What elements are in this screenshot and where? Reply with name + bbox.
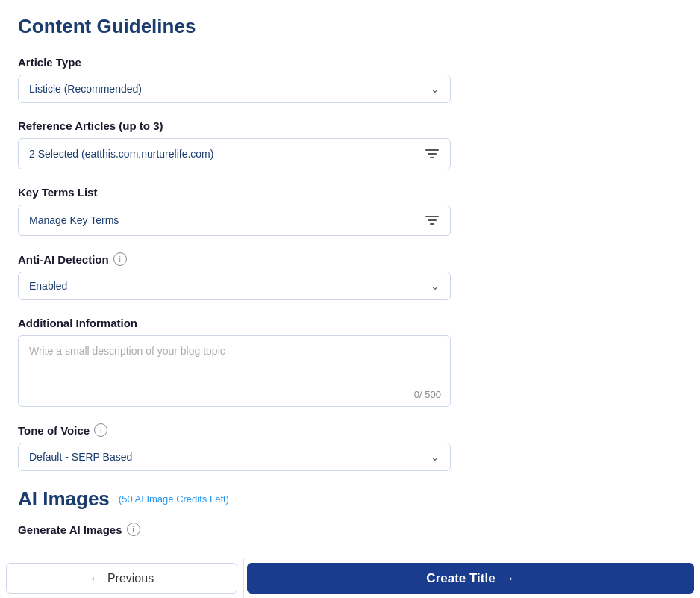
- key-terms-value: Manage Key Terms: [29, 214, 119, 226]
- bottom-bar-divider: [243, 558, 244, 598]
- ai-images-section: AI Images (50 AI Image Credits Left) Gen…: [18, 488, 682, 536]
- anti-ai-select-wrapper: Enabled ⌄: [18, 272, 451, 300]
- article-type-label: Article Type: [18, 56, 682, 69]
- article-type-value: Listicle (Recommended): [29, 83, 431, 95]
- create-title-label: Create Title: [426, 571, 495, 586]
- ai-images-title-container: AI Images (50 AI Image Credits Left): [18, 488, 682, 511]
- page-container: Content Guidelines Article Type Listicle…: [0, 0, 700, 598]
- anti-ai-value: Enabled: [29, 280, 431, 292]
- create-title-button[interactable]: Create Title →: [247, 563, 694, 594]
- anti-ai-group: Anti-AI Detection i Enabled ⌄: [18, 252, 682, 300]
- anti-ai-label: Anti-AI Detection i: [18, 252, 682, 266]
- article-type-chevron-icon: ⌄: [431, 83, 440, 95]
- ai-credits-badge: (50 AI Image Credits Left): [119, 493, 229, 505]
- generate-ai-label: Generate AI Images i: [18, 523, 682, 536]
- anti-ai-info-icon[interactable]: i: [113, 252, 127, 266]
- anti-ai-chevron-icon: ⌄: [431, 280, 440, 292]
- tone-of-voice-group: Tone of Voice i Default - SERP Based ⌄: [18, 423, 682, 471]
- reference-articles-label: Reference Articles (up to 3): [18, 119, 682, 132]
- article-type-select[interactable]: Listicle (Recommended) ⌄: [18, 75, 451, 103]
- key-terms-field[interactable]: Manage Key Terms: [18, 205, 451, 236]
- previous-button[interactable]: ← Previous: [6, 563, 237, 594]
- tone-of-voice-select[interactable]: Default - SERP Based ⌄: [18, 443, 451, 471]
- additional-info-group: Additional Information 0/ 500: [18, 317, 682, 407]
- key-terms-label: Key Terms List: [18, 186, 682, 199]
- tone-of-voice-value: Default - SERP Based: [29, 451, 431, 463]
- bottom-bar: ← Previous Create Title →: [0, 558, 700, 598]
- reference-articles-group: Reference Articles (up to 3) 2 Selected …: [18, 119, 682, 169]
- filter-icon: [425, 146, 440, 161]
- create-title-arrow-icon: →: [503, 572, 515, 585]
- generate-ai-info-icon[interactable]: i: [127, 523, 140, 536]
- tone-of-voice-info-icon[interactable]: i: [94, 423, 107, 437]
- key-terms-filter-icon: [425, 213, 440, 228]
- page-title: Content Guidelines: [18, 15, 682, 38]
- char-count: 0/ 500: [414, 389, 441, 400]
- previous-button-label: Previous: [107, 572, 154, 585]
- ai-images-title: AI Images: [18, 488, 110, 511]
- article-type-group: Article Type Listicle (Recommended) ⌄: [18, 56, 682, 103]
- additional-info-label: Additional Information: [18, 317, 682, 329]
- article-type-select-wrapper: Listicle (Recommended) ⌄: [18, 75, 451, 103]
- reference-articles-value: 2 Selected (eatthis.com,nurturelife.com): [29, 148, 213, 160]
- reference-articles-field[interactable]: 2 Selected (eatthis.com,nurturelife.com): [18, 138, 451, 169]
- tone-of-voice-chevron-icon: ⌄: [431, 451, 440, 463]
- tone-of-voice-select-wrapper: Default - SERP Based ⌄: [18, 443, 451, 471]
- anti-ai-select[interactable]: Enabled ⌄: [18, 272, 451, 300]
- previous-arrow-icon: ←: [90, 572, 101, 585]
- additional-info-textarea[interactable]: [19, 336, 450, 403]
- additional-info-wrapper: 0/ 500: [18, 335, 451, 407]
- tone-of-voice-label: Tone of Voice i: [18, 423, 682, 437]
- key-terms-group: Key Terms List Manage Key Terms: [18, 186, 682, 236]
